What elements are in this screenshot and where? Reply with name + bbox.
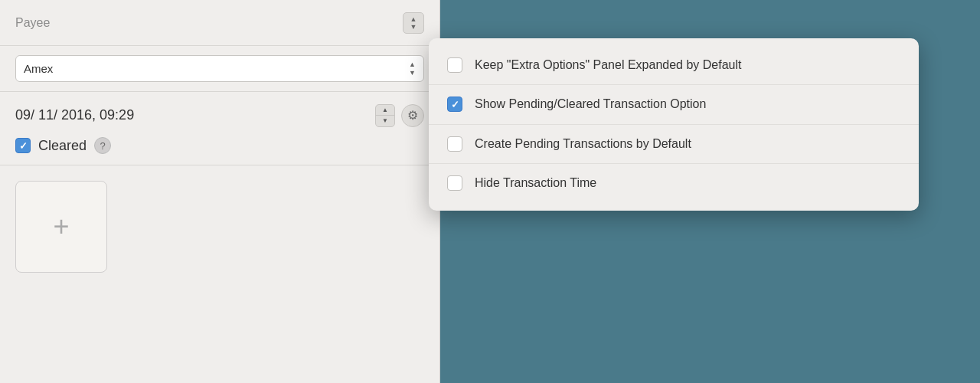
popup-item-create-pending[interactable]: Create Pending Transactions by Default xyxy=(429,125,919,164)
popup-checkbox-show-pending-cleared[interactable] xyxy=(447,97,462,112)
amex-select[interactable]: Amex ▲ ▼ xyxy=(15,55,424,82)
add-row: + xyxy=(0,165,439,288)
payee-label: Payee xyxy=(15,16,50,30)
amex-select-arrow-down-icon: ▼ xyxy=(409,69,416,77)
payee-stepper-up-icon xyxy=(410,15,417,23)
amex-row: Amex ▲ ▼ xyxy=(0,46,439,92)
date-controls: ▲ ▼ ⚙ xyxy=(375,104,424,127)
gear-button[interactable]: ⚙ xyxy=(401,104,424,127)
date-stepper-down-icon: ▼ xyxy=(376,116,394,126)
gear-icon: ⚙ xyxy=(407,108,418,123)
help-button[interactable]: ? xyxy=(94,137,111,154)
popup-item-extra-options[interactable]: Keep "Extra Options" Panel Expanded by D… xyxy=(429,46,919,85)
popup-item-hide-time[interactable]: Hide Transaction Time xyxy=(429,164,919,202)
popup-checkbox-hide-time[interactable] xyxy=(447,175,462,191)
popup-item-label-hide-time: Hide Transaction Time xyxy=(475,175,596,192)
date-row: 09/ 11/ 2016, 09:29 ▲ ▼ ⚙ xyxy=(0,92,439,134)
payee-row: Payee xyxy=(0,0,439,46)
amex-select-label: Amex xyxy=(24,62,53,75)
left-panel: Payee Amex ▲ ▼ 09/ 11/ 2016, 09:29 ▲ ▼ ⚙ xyxy=(0,0,440,383)
amex-select-arrow-up-icon: ▲ xyxy=(409,61,416,68)
add-button[interactable]: + xyxy=(15,181,107,273)
date-value: 09/ 11/ 2016, 09:29 xyxy=(15,107,134,123)
date-stepper[interactable]: ▲ ▼ xyxy=(375,104,395,127)
date-stepper-up-icon: ▲ xyxy=(376,105,394,116)
cleared-checkbox[interactable] xyxy=(15,138,31,153)
popup-checkbox-create-pending[interactable] xyxy=(447,136,462,152)
payee-stepper-down-icon xyxy=(410,23,417,31)
popup-item-label-show-pending-cleared: Show Pending/Cleared Transaction Option xyxy=(475,96,706,113)
popup-item-show-pending-cleared[interactable]: Show Pending/Cleared Transaction Option xyxy=(429,85,919,124)
popup-item-label-extra-options: Keep "Extra Options" Panel Expanded by D… xyxy=(475,57,741,74)
add-icon: + xyxy=(53,211,69,243)
cleared-label: Cleared xyxy=(38,138,87,154)
popup-item-label-create-pending: Create Pending Transactions by Default xyxy=(475,136,691,152)
popup-panel: Keep "Extra Options" Panel Expanded by D… xyxy=(429,38,919,211)
cleared-row: Cleared ? xyxy=(0,134,439,165)
popup-checkbox-extra-options[interactable] xyxy=(447,57,462,73)
payee-stepper[interactable] xyxy=(403,12,424,34)
help-icon: ? xyxy=(100,140,105,152)
